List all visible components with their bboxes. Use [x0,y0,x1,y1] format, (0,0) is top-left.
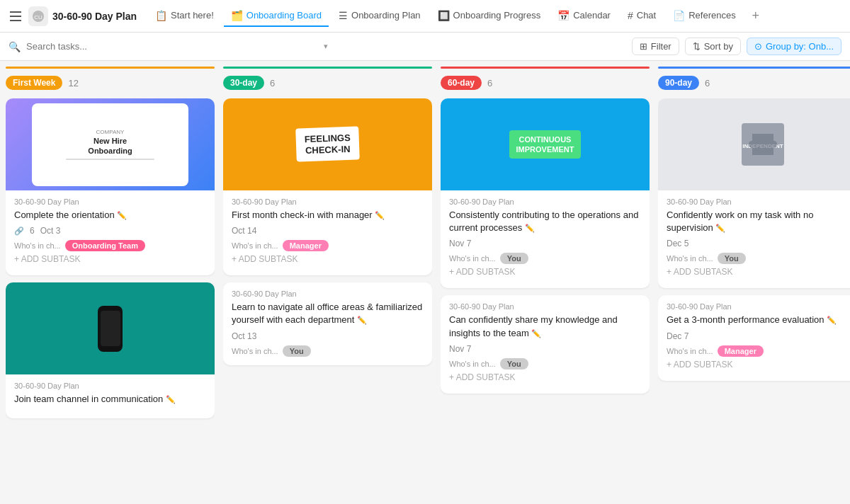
card-title: Confidently work on my task with no supe… [667,209,850,234]
tab-references[interactable]: 📄 References [666,6,742,27]
card-project: 30-60-90 Day Plan [449,302,641,311]
col-count-thirty-day: 6 [270,78,275,88]
task-card[interactable]: INDEPENDENT 30-60-90 Day Plan Confidentl… [658,98,850,288]
app-logo: CU [28,6,48,26]
subtask-icon: 🔗 [14,227,24,236]
calendar-icon: 📅 [557,10,570,21]
add-subtask-button[interactable]: + ADD SUBTASK [232,251,424,267]
card-title: Join team channel in communication ✏️ [14,393,206,406]
search-input[interactable] [26,41,318,52]
card-body: 30-60-90 Day Plan Can confidently share … [441,295,650,393]
card-title: Consistently contributing to the operati… [449,209,641,234]
assignee-badge: You [500,358,528,370]
card-footer: Who's in ch... Manager [232,240,424,251]
card-body: 30-60-90 Day Plan Consistently contribut… [441,190,650,288]
edit-icon[interactable]: ✏️ [375,211,385,219]
card-project: 30-60-90 Day Plan [667,302,850,311]
card-project: 30-60-90 Day Plan [232,197,424,206]
task-card[interactable]: FEELINGSCHECK-IN 30-60-90 Day Plan First… [223,98,432,275]
sort-icon: ⇅ [693,41,701,52]
assignee-badge: You [718,253,746,264]
add-tab-button[interactable]: + [746,6,766,26]
card-title: Can confidently share my knowledge and i… [449,314,641,339]
tab-onboarding-progress[interactable]: 🔲 Onboarding Progress [431,6,548,27]
col-count-ninety-day: 6 [705,78,710,88]
col-count-sixty-day: 6 [487,78,492,88]
card-body: 30-60-90 Day Plan Confidently work on my… [658,190,850,288]
assignee-label: Who's in ch... [449,360,496,368]
card-footer: Who's in ch... You [232,345,424,357]
tab-start-here[interactable]: 📋 Start here! [148,6,221,27]
assignee-label: Who's in ch... [449,254,496,263]
task-card[interactable]: 30-60-90 Day Plan Join team channel in c… [6,282,215,418]
onboarding-plan-icon: ☰ [339,10,348,21]
column-header-sixty-day: 60-day 6 [441,73,650,93]
edit-icon[interactable]: ✏️ [525,224,535,232]
edit-icon[interactable]: ✏️ [166,395,176,403]
onboarding-progress-icon: 🔲 [438,10,450,21]
subtask-count: 6 [30,226,35,236]
assignee-label: Who's in ch... [667,347,713,355]
card-project: 30-60-90 Day Plan [232,290,424,298]
card-body: 30-60-90 Day Plan Join team channel in c… [6,374,215,418]
col-badge-first-week: First Week [6,76,62,90]
add-subtask-button[interactable]: + ADD SUBTASK [449,370,641,385]
card-footer: Who's in ch... Onboarding Team [14,240,206,251]
edit-icon[interactable]: ✏️ [827,316,837,324]
card-footer: Who's in ch... You [449,358,641,370]
assignee-label: Who's in ch... [232,241,278,250]
card-title: Get a 3-month performance evaluation ✏️ [667,314,850,326]
svg-text:CU: CU [34,14,42,21]
search-dropdown-arrow[interactable]: ▾ [324,42,328,51]
card-project: 30-60-90 Day Plan [449,197,641,206]
add-subtask-button[interactable]: + ADD SUBTASK [667,357,850,372]
add-subtask-button[interactable]: + ADD SUBTASK [667,264,850,280]
col-count-first-week: 12 [68,78,78,88]
tab-onboarding-board[interactable]: 🗂️ Onboarding Board [224,6,329,27]
references-icon: 📄 [673,10,685,21]
column-header-ninety-day: 90-day 6 [658,73,850,93]
task-card[interactable]: 30-60-90 Day Plan Can confidently share … [441,295,650,393]
column-ninety-day: 90-day 6 INDEPENDENT 30-60-90 Day Plan C… [658,67,850,504]
add-subtask-button[interactable]: + ADD SUBTASK [449,264,641,280]
assignee-label: Who's in ch... [232,347,278,355]
card-footer: Who's in ch... You [449,253,641,264]
chat-icon: # [628,10,633,21]
card-date: Nov 7 [449,344,641,354]
col-badge-ninety-day: 90-day [658,76,699,90]
card-title: Complete the orientation ✏️ [14,209,206,222]
add-subtask-button[interactable]: + ADD SUBTASK [14,251,206,267]
task-card[interactable]: COMPANY New HireOnboarding 30-60-90 Day … [6,98,215,275]
tab-onboarding-plan[interactable]: ☰ Onboarding Plan [332,6,428,27]
card-body: 30-60-90 Day Plan First month check-in w… [223,190,432,275]
hamburger-menu[interactable] [6,6,26,26]
assignee-badge: Onboarding Team [65,240,145,251]
sort-by-button[interactable]: ⇅ Sort by [685,38,741,55]
card-body: 30-60-90 Day Plan Learn to navigate all … [223,282,432,365]
edit-icon[interactable]: ✏️ [531,329,541,338]
card-title: Learn to navigate all office areas & fam… [232,301,424,326]
card-project: 30-60-90 Day Plan [14,382,206,390]
edit-icon[interactable]: ✏️ [117,211,127,219]
col-badge-thirty-day: 30-day [223,76,264,90]
task-card[interactable]: CONTINUOUSIMPROVEMENT 30-60-90 Day Plan … [441,98,650,288]
card-date: Dec 5 [667,239,850,248]
toolbar: 🔍 ▾ ⊞ Filter ⇅ Sort by ⊙ Group by: Onb..… [0,33,850,61]
column-first-week: First Week 12 COMPANY New HireOnboarding… [6,67,215,504]
task-card[interactable]: 30-60-90 Day Plan Learn to navigate all … [223,282,432,365]
card-date: Dec 7 [667,331,850,341]
tab-chat[interactable]: # Chat [620,6,663,27]
card-date: Oct 14 [232,226,424,236]
search-icon: 🔍 [8,41,21,52]
filter-icon: ⊞ [640,41,647,52]
edit-icon[interactable]: ✏️ [715,224,725,232]
tab-calendar[interactable]: 📅 Calendar [550,6,618,27]
filter-button[interactable]: ⊞ Filter [632,38,679,55]
edit-icon[interactable]: ✏️ [357,316,367,324]
top-nav: CU 30-60-90 Day Plan 📋 Start here! 🗂️ On… [0,0,850,33]
task-card[interactable]: 30-60-90 Day Plan Get a 3-month performa… [658,295,850,380]
card-date-inline: Oct 3 [40,226,61,236]
column-header-first-week: First Week 12 [6,73,215,93]
group-by-button[interactable]: ⊙ Group by: Onb... [747,38,842,55]
card-body: 30-60-90 Day Plan Get a 3-month performa… [658,295,850,380]
